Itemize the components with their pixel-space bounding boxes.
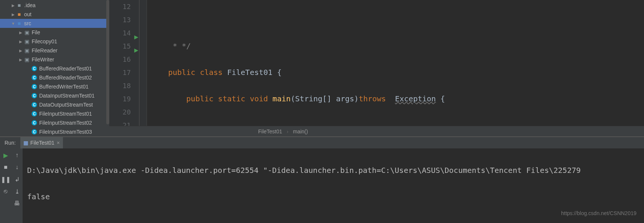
stop-button[interactable]: ■ <box>2 163 9 171</box>
up-button[interactable]: ↑ <box>13 151 21 159</box>
java-class-icon: C <box>31 84 38 89</box>
run-gutter-icon[interactable]: ▶ <box>134 30 138 43</box>
java-class-icon: C <box>31 111 38 116</box>
tree-item-bufferedreadertest02[interactable]: C BufferedReaderTest02 <box>0 73 109 82</box>
down-button[interactable]: ↓ <box>13 163 21 171</box>
tree-scrollbar[interactable] <box>106 0 109 124</box>
run-tab[interactable]: ▦ FileTest01 × <box>20 137 63 148</box>
chevron-right-icon: ▶ <box>18 49 23 53</box>
chevron-right-icon: ▶ <box>11 3 16 8</box>
run-panel: Run: ▦ FileTest01 × ▶ ■ ❚❚ ⎋ ↑ ↓ ↲ ⤓ 🖶 D… <box>0 136 644 223</box>
line-number: 16 <box>109 53 131 66</box>
close-icon[interactable]: × <box>57 140 60 146</box>
line-number: 17 <box>109 66 131 79</box>
package-icon: ▣ <box>23 57 30 63</box>
line-number: 15▶ <box>109 40 131 53</box>
tree-item-idea[interactable]: ▶ ■ .idea <box>0 1 109 10</box>
run-header: Run: ▦ FileTest01 × <box>0 137 644 148</box>
chevron-down-icon: ▼ <box>11 21 16 26</box>
breadcrumb-item[interactable]: main() <box>293 128 308 134</box>
tree-item-file[interactable]: ▶ ▣ File <box>0 28 109 37</box>
line-number: 21 <box>109 119 131 126</box>
line-number: 19 <box>109 92 131 105</box>
line-gutter[interactable]: 12 13 14▶ 15▶ 16 17 18 19 20 21 <box>109 0 139 126</box>
folder-icon: ■ <box>16 2 23 8</box>
folder-icon: ■ <box>16 11 23 17</box>
package-icon: ▣ <box>23 38 30 44</box>
tree-item-src[interactable]: ▼ ■ src <box>0 19 109 28</box>
code-editor[interactable]: 12 13 14▶ 15▶ 16 17 18 19 20 21 * */ pub… <box>109 0 644 136</box>
code-text[interactable]: * */ public class FileTest01 { public st… <box>147 0 644 126</box>
java-class-icon: C <box>31 75 38 80</box>
rerun-button[interactable]: ▶ <box>2 151 9 159</box>
java-class-icon: C <box>31 120 38 125</box>
console-line: D:\Java\jdk\bin\java.exe -Didea.launcher… <box>27 164 639 177</box>
chevron-right-icon: ▶ <box>18 31 23 35</box>
scroll-to-end-button[interactable]: ⤓ <box>13 188 21 195</box>
console-output[interactable]: D:\Java\jdk\bin\java.exe -Didea.launcher… <box>23 148 644 223</box>
breadcrumb-item[interactable]: FileTest01 <box>258 128 282 134</box>
run-label: Run: <box>0 140 20 146</box>
exit-button[interactable]: ⎋ <box>2 188 9 195</box>
pause-button[interactable]: ❚❚ <box>2 176 9 183</box>
line-number: 18 <box>109 79 131 92</box>
tree-item-filecopy01[interactable]: ▶ ▣ Filecopy01 <box>0 37 109 46</box>
print-button[interactable]: 🖶 <box>13 200 21 207</box>
console-line: false <box>27 190 639 203</box>
chevron-right-icon: ▶ <box>18 58 23 62</box>
tree-item-filewriter[interactable]: ▶ ▣ FileWriter <box>0 55 109 64</box>
chevron-right-icon: ▶ <box>11 12 16 17</box>
tree-item-bufferedwritertest01[interactable]: C BufferedWriterTest01 <box>0 82 109 91</box>
soft-wrap-button[interactable]: ↲ <box>13 176 21 183</box>
chevron-right-icon: ▶ <box>18 40 23 44</box>
java-class-icon: C <box>31 102 38 107</box>
java-class-icon: C <box>31 66 38 71</box>
folder-icon: ■ <box>16 20 23 26</box>
java-class-icon: C <box>31 129 38 134</box>
package-icon: ▣ <box>23 47 30 53</box>
tree-item-out[interactable]: ▶ ■ out <box>0 10 109 19</box>
tree-item-bufferedreadertest01[interactable]: C BufferedReaderTest01 <box>0 64 109 73</box>
tree-item-fileinputstreamtest02[interactable]: C FileInputStreamTest02 <box>0 118 109 127</box>
breadcrumb[interactable]: FileTest01 › main() <box>109 126 644 136</box>
java-class-icon: C <box>31 93 38 98</box>
line-number: 14▶ <box>109 26 131 40</box>
tree-item-dataoutputstreamtest[interactable]: C DataOutputStreamTest <box>0 100 109 109</box>
watermark: https://blog.csdn.net/CSNN2019 <box>561 210 636 216</box>
fold-gutter[interactable] <box>139 0 147 126</box>
line-number: 12 <box>109 0 131 13</box>
tree-item-datainputstreamtest01[interactable]: C DataInputStreamTest01 <box>0 91 109 100</box>
application-icon: ▦ <box>23 140 28 146</box>
run-toolbar-left: ▶ ■ ❚❚ ⎋ <box>0 148 11 223</box>
tree-item-fileinputstreamtest03[interactable]: C FileInputStreamTest03 <box>0 127 109 136</box>
chevron-right-icon: › <box>287 128 289 134</box>
package-icon: ▣ <box>23 29 30 35</box>
run-toolbar-right: ↑ ↓ ↲ ⤓ 🖶 <box>11 148 23 223</box>
project-tree[interactable]: ▶ ■ .idea ▶ ■ out ▼ ■ src ▶ ▣ File ▶ ▣ F… <box>0 0 109 136</box>
tree-item-filereader[interactable]: ▶ ▣ FileReader <box>0 46 109 55</box>
tree-item-fileinputstreamtest01[interactable]: C FileInputStreamTest01 <box>0 109 109 118</box>
run-gutter-icon[interactable]: ▶ <box>134 43 138 57</box>
line-number: 20 <box>109 105 131 119</box>
line-number: 13 <box>109 13 131 26</box>
